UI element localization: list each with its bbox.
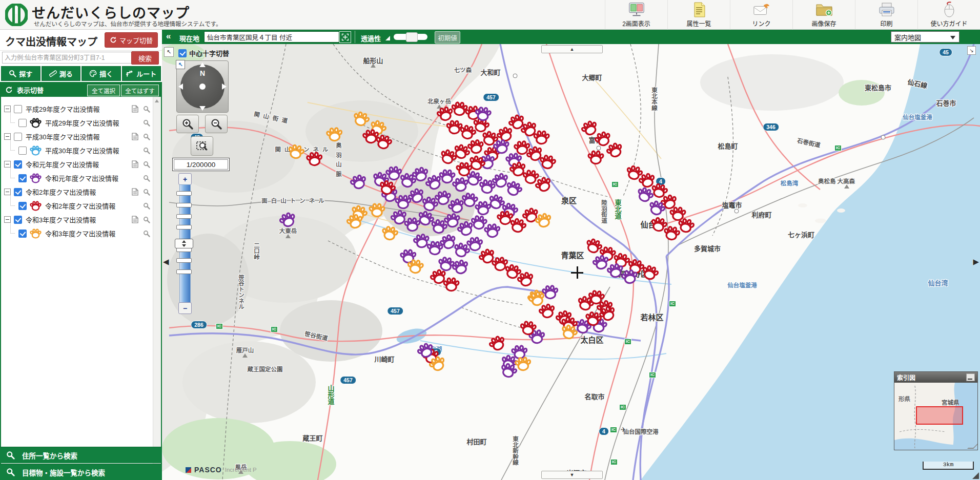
pan-left-icon[interactable] (178, 84, 183, 90)
layer-item-checkbox[interactable] (18, 174, 27, 182)
minimize-button[interactable] (966, 373, 975, 381)
map-corner-resize-icon[interactable] (972, 472, 979, 479)
layer-zoom-icon (143, 202, 150, 210)
layer-group-checkbox[interactable] (14, 133, 22, 141)
bear-sighting-marker[interactable] (514, 356, 532, 372)
center-target-button[interactable] (339, 31, 351, 43)
zoom-in-button[interactable] (176, 115, 199, 133)
pan-down-bar[interactable]: ▼ (541, 471, 603, 479)
bear-sighting-marker[interactable] (380, 224, 400, 242)
pan-right-icon[interactable] (222, 84, 227, 90)
reset-north-button[interactable]: ↖ (176, 60, 185, 69)
layer-group-checkbox[interactable] (14, 188, 22, 196)
center-cross-checkbox[interactable] (178, 49, 187, 57)
pan-down-icon[interactable] (199, 106, 206, 111)
layer-group-row: 平成29年度クマ出没情報 (1, 102, 153, 116)
side-tool-label: 描く (99, 69, 113, 78)
zoom-slider-plus-button[interactable]: + (178, 173, 192, 185)
side-tool-search[interactable]: 探す (1, 66, 40, 81)
bear-sighting-marker[interactable] (584, 310, 603, 327)
bear-sighting-marker[interactable] (519, 320, 537, 337)
clear-all-button[interactable]: 全てはずす (121, 85, 159, 96)
layer-group-checkbox[interactable] (14, 105, 22, 113)
collapse-sidebar-button[interactable]: « (166, 31, 171, 41)
layer-tree-scrollbar[interactable] (153, 97, 161, 473)
map-switch-button[interactable]: マップ切替 (105, 32, 158, 48)
bear-sighting-marker[interactable] (533, 130, 550, 145)
index-map-header[interactable]: 索引図 (894, 372, 977, 383)
map-label: 東北新幹線 (511, 436, 519, 466)
pan-up-bar[interactable]: ▲ (541, 45, 603, 53)
bear-sighting-marker[interactable] (538, 154, 557, 171)
layer-item-label: 平成29年度クマ出没情報 (45, 118, 119, 128)
toolbar-image-save[interactable]: 画像保存 (792, 0, 855, 30)
zoom-tick[interactable] (176, 258, 192, 263)
interchange-badge: IC (649, 372, 656, 378)
opacity-slider[interactable] (394, 34, 427, 40)
current-location-input[interactable] (204, 31, 339, 43)
side-tool-draw[interactable]: 描く (81, 66, 121, 81)
route-shield: 346 (763, 123, 779, 131)
layer-item-checkbox[interactable] (18, 202, 27, 210)
toolbar-attribute-list[interactable]: 属性一覧 (667, 0, 730, 30)
layer-group-checkbox[interactable] (14, 160, 22, 169)
layer-group-checkbox[interactable] (14, 216, 22, 224)
pan-northwest-button[interactable]: ↖ (164, 47, 174, 57)
select-all-button[interactable]: 全て選択 (87, 85, 120, 96)
pasco-logo-icon (186, 467, 191, 473)
toolbar-guide[interactable]: 使い方ガイド (917, 0, 980, 30)
layer-item-checkbox[interactable] (18, 119, 27, 127)
toolbar-link[interactable]: リンク (730, 0, 792, 30)
bear-sighting-marker[interactable] (369, 203, 385, 218)
scale-display: 1/200000 (172, 158, 230, 171)
site-subtitle: せんだいくらしのマップは、仙台市が提供する地理情報システムです。 (34, 19, 222, 28)
map-canvas[interactable]: 船形山北泉ヶ岳七ツ森大和町大郷町富谷市東松島市仙石線石巻市松島町石巻街道仙台塩釜… (162, 44, 980, 480)
bear-sighting-marker[interactable] (305, 151, 323, 167)
layer-panel-header: 表示切替 全て選択 全てはずす (1, 83, 161, 97)
pan-left-arrow[interactable]: ◀ (163, 257, 169, 266)
compass-center-dot[interactable] (199, 84, 206, 90)
zoom-tick[interactable] (176, 225, 192, 229)
pan-right-arrow[interactable]: ▶ (973, 257, 979, 266)
pan-southeast-button[interactable]: ↘ (967, 46, 976, 55)
map-label: 泉区 (561, 195, 577, 205)
bear-sighting-marker[interactable] (406, 259, 424, 275)
compass-pad[interactable]: N ↖ (176, 60, 229, 113)
facility-list-search-button[interactable]: 目標物・施設一覧から検索 (0, 464, 162, 480)
bear-sighting-marker[interactable] (474, 106, 492, 122)
bear-paw-legend-icon (30, 201, 42, 211)
map-label: 蔵王町 (302, 433, 322, 443)
zoom-tick[interactable] (176, 191, 192, 196)
scroll-up-icon[interactable] (155, 99, 159, 102)
layer-zoom-icon (143, 216, 150, 223)
zoom-slider-handle[interactable] (175, 239, 193, 248)
pan-up-icon[interactable] (199, 62, 206, 67)
zoom-out-button[interactable] (205, 115, 228, 133)
layer-item-checkbox[interactable] (18, 147, 27, 155)
interchange-badge: IC (216, 323, 223, 329)
basemap-select[interactable]: 案内地図 (891, 31, 959, 43)
toolbar-dual-screen[interactable]: 2画面表示 (605, 0, 667, 30)
bear-sighting-marker[interactable] (587, 150, 604, 165)
zoom-tick[interactable] (176, 203, 192, 207)
address-search-input[interactable] (2, 52, 134, 64)
toolbar-print[interactable]: 印刷 (855, 0, 917, 30)
search-button[interactable]: 検索 (131, 51, 159, 65)
toolbar-label: 属性一覧 (686, 19, 711, 28)
zoom-tick[interactable] (176, 214, 192, 219)
bear-sighting-marker[interactable] (620, 268, 639, 286)
zoom-box-button[interactable] (191, 136, 213, 156)
side-tool-measure[interactable]: 測る (42, 66, 81, 81)
bear-sighting-marker[interactable] (466, 236, 484, 253)
side-tool-route[interactable]: ルート (122, 66, 161, 81)
route-shield: 286 (191, 321, 207, 329)
zoom-tick[interactable] (176, 269, 192, 274)
opacity-slider-handle[interactable] (406, 32, 418, 42)
layer-item-checkbox[interactable] (18, 229, 27, 238)
bear-sighting-marker[interactable] (325, 127, 343, 143)
address-list-search-button[interactable]: 住所一覧から検索 (0, 447, 162, 463)
zoom-slider-minus-button[interactable]: − (178, 302, 192, 314)
reset-button[interactable]: 初期値 (435, 31, 460, 44)
index-map-viewport-rect[interactable] (916, 406, 963, 425)
index-map-body[interactable]: 形県 宮城県 (894, 383, 977, 450)
